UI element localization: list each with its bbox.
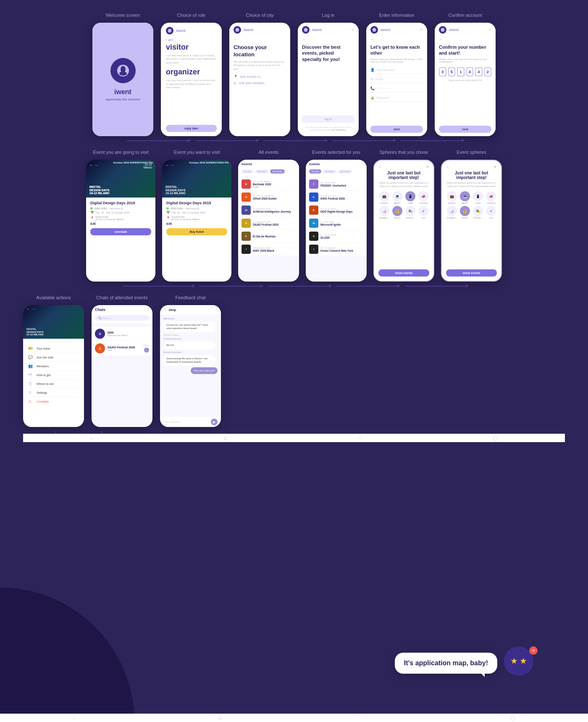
sel-more-6[interactable]: ··· bbox=[360, 248, 363, 251]
sphere2-sure[interactable]: ✓ sure bbox=[486, 206, 497, 219]
sphere2-business[interactable]: 💼 business bbox=[446, 191, 457, 204]
sphere-entertainment[interactable]: 🎭 entertain... bbox=[405, 206, 416, 219]
action-how-to-get[interactable]: 🗺 How to get bbox=[28, 371, 79, 379]
sel-event-item-2[interactable]: K 13 - 16 nov 2019 KIKK Festival 2020 ··… bbox=[306, 191, 367, 203]
event-back-btn[interactable]: ← bbox=[89, 163, 93, 167]
event-more-1[interactable]: ··· bbox=[293, 182, 296, 186]
tab-favorites-sel[interactable]: favorites bbox=[323, 169, 336, 174]
all-events-menu[interactable]: ··· bbox=[293, 163, 296, 167]
action-chat[interactable]: 💬 Join the chat bbox=[28, 353, 79, 362]
sphere-sure[interactable]: ✓ sure bbox=[418, 206, 429, 219]
login-button[interactable]: log in bbox=[302, 116, 354, 123]
message-input[interactable]: Your message... bbox=[163, 421, 211, 423]
feedback-menu[interactable]: ··· bbox=[215, 308, 218, 312]
spheres-back-btn[interactable]: ← bbox=[378, 165, 382, 169]
sphere-marketing[interactable]: 📣 marketing bbox=[418, 191, 429, 204]
event-more-2[interactable]: ··· bbox=[293, 195, 296, 199]
spheres-show-button-1[interactable]: show events bbox=[378, 269, 429, 277]
email-field[interactable]: ✉ E-mail bbox=[370, 76, 423, 83]
sel-event-item-3[interactable]: D 10 - 12 oct 2019 DDD Digital Design Da… bbox=[306, 204, 367, 216]
confirm-close-btn[interactable]: ✕ bbox=[488, 28, 491, 32]
info-back-btn[interactable]: ← bbox=[370, 37, 375, 42]
action-where-to-eat[interactable]: 🍴 Where to eat bbox=[28, 379, 79, 388]
sphere-finance[interactable]: 💰 finance bbox=[391, 206, 403, 219]
sel-event-item-6[interactable]: I 29 - 31 jan 2020 Inman Connect New Yor… bbox=[306, 243, 367, 256]
spheres-close-btn[interactable]: ✕ bbox=[426, 165, 429, 169]
sphere-media[interactable]: 📱 media bbox=[405, 191, 416, 204]
sel-more-2[interactable]: ··· bbox=[360, 195, 363, 199]
see-events-option[interactable]: 📍 See events in... bbox=[234, 75, 286, 79]
action-complain[interactable]: ⚠ Complain bbox=[28, 397, 79, 406]
sel-more-3[interactable]: ··· bbox=[360, 208, 363, 212]
tab-for-you[interactable]: for you bbox=[242, 169, 254, 174]
chat-item-dad[interactable]: D D&AD Festival 2020 Yes! 103 m 1 bbox=[92, 341, 152, 356]
sel-event-item-1[interactable]: F 20 - 24 jan 2020 FEI2020: Uncharted ··… bbox=[306, 178, 367, 190]
event-list-item[interactable]: B 14 - 21 jan · Berlin Berlinale 2020 Du… bbox=[238, 178, 299, 190]
event-list-item-4[interactable]: D 22 november 2019 D&AD Festival 2020 ··… bbox=[238, 217, 299, 229]
sphere2-entertainment[interactable]: 🎭 entertain... bbox=[472, 206, 484, 219]
name-field[interactable]: 👤 Your full name bbox=[370, 66, 423, 74]
event-want-back-btn[interactable]: ← bbox=[165, 163, 169, 167]
sel-more-1[interactable]: ··· bbox=[360, 182, 363, 186]
code-digit-3[interactable]: 1 bbox=[457, 67, 465, 76]
confirm-back-btn[interactable]: ← bbox=[439, 37, 443, 42]
sel-more-5[interactable]: ··· bbox=[360, 235, 363, 238]
org-more[interactable]: see more ⊕ bbox=[110, 207, 123, 210]
event-buy-button[interactable]: Buy ticket bbox=[166, 228, 227, 235]
sphere2-media[interactable]: 📱 media bbox=[472, 191, 484, 204]
actions-menu-btn[interactable]: ··· bbox=[32, 307, 35, 311]
action-ticket[interactable]: 🎫 Your ticket bbox=[28, 344, 79, 353]
org-more2[interactable]: see more ⊕ bbox=[186, 207, 199, 210]
sel-more-4[interactable]: ··· bbox=[360, 221, 363, 225]
code-digit-1[interactable]: 3 bbox=[439, 67, 446, 76]
phone-field[interactable]: 📞 + 7 --- --- -- -- bbox=[370, 85, 423, 92]
event-schedule-button[interactable]: schedule bbox=[90, 228, 151, 235]
chats-search[interactable]: 🔍 Search... bbox=[95, 315, 149, 321]
tab-favorites[interactable]: favorites bbox=[255, 169, 269, 174]
event-menu-btn[interactable]: ··· bbox=[95, 163, 98, 167]
sphere2-management[interactable]: 📊 managem... bbox=[446, 206, 457, 219]
event-want-menu-btn[interactable]: ··· bbox=[171, 163, 174, 167]
event-more-4[interactable]: ··· bbox=[293, 221, 296, 225]
feedback-back-btn[interactable]: ← bbox=[163, 308, 167, 312]
event-spheres-close-btn[interactable]: ✕ bbox=[494, 165, 497, 169]
sphere-digital[interactable]: 💻 digital/IT bbox=[391, 191, 403, 204]
spheres-show-button-2[interactable]: show events bbox=[446, 269, 497, 277]
code-digit-6[interactable]: 2 bbox=[484, 67, 492, 76]
tab-all-events[interactable]: all events bbox=[270, 169, 285, 174]
event-list-item-6[interactable]: I 23 november 2019 IGNY 2020 Black ··· bbox=[238, 243, 299, 256]
action-members[interactable]: 👥 Members bbox=[28, 362, 79, 371]
role-next-button[interactable]: reply later bbox=[166, 125, 217, 132]
chats-menu[interactable]: ··· bbox=[146, 309, 149, 313]
use-location-option[interactable]: ◎ Use your location bbox=[234, 81, 286, 85]
event-list-item-5[interactable]: E El Dia de Muertas ··· bbox=[238, 230, 299, 242]
sel-event-item-5[interactable]: S 21 - 22 nov 2019 SLUSH ··· bbox=[306, 230, 367, 242]
event-more-6[interactable]: ··· bbox=[293, 248, 296, 251]
code-digit-5[interactable]: 4 bbox=[475, 67, 483, 76]
event-more-5[interactable]: ··· bbox=[293, 235, 296, 238]
actions-back-btn[interactable]: ← bbox=[26, 307, 30, 311]
login-close-btn[interactable]: ✕ bbox=[351, 28, 354, 32]
sphere-business[interactable]: 💼 business bbox=[378, 191, 390, 204]
event-more-3[interactable]: ··· bbox=[293, 208, 296, 212]
event-list-item-3[interactable]: AI 21 november 2019 Artificial Intellige… bbox=[238, 204, 299, 216]
info-next-button[interactable]: next bbox=[370, 126, 423, 133]
event-list-item-2[interactable]: O 13 - 13 jan · Dublin/eu Offset 2020 Du… bbox=[238, 191, 299, 203]
sphere2-digital[interactable]: 💻 digital/IT bbox=[459, 191, 470, 204]
sphere2-marketing[interactable]: 📣 marketing bbox=[486, 191, 497, 204]
send-button[interactable]: ▶ bbox=[211, 419, 218, 425]
role-organizer-option[interactable]: organizer bbox=[166, 68, 217, 76]
confirm-next-button[interactable]: next bbox=[439, 126, 491, 133]
chat-item-ddd[interactable]: D DDD How are you there? bbox=[92, 327, 152, 341]
login-back-btn[interactable]: ← bbox=[302, 37, 306, 42]
code-digit-2[interactable]: 5 bbox=[448, 67, 456, 76]
action-settings[interactable]: ⚙ Settings bbox=[28, 388, 79, 397]
role-visitor-option[interactable]: visitor bbox=[166, 43, 217, 52]
code-digit-4[interactable]: 4 bbox=[466, 67, 474, 76]
info-close-btn[interactable]: ✕ bbox=[420, 28, 423, 32]
tab-for-you-sel[interactable]: for you bbox=[309, 169, 321, 174]
sel-event-item-4[interactable]: M 4 - 8 nov 2019 Microsoft Ignite ··· bbox=[306, 217, 367, 229]
sphere-management[interactable]: 📊 managem... bbox=[378, 206, 390, 219]
city-back-btn[interactable]: ← bbox=[234, 37, 238, 42]
password-field[interactable]: 🔒 Password bbox=[370, 94, 423, 102]
